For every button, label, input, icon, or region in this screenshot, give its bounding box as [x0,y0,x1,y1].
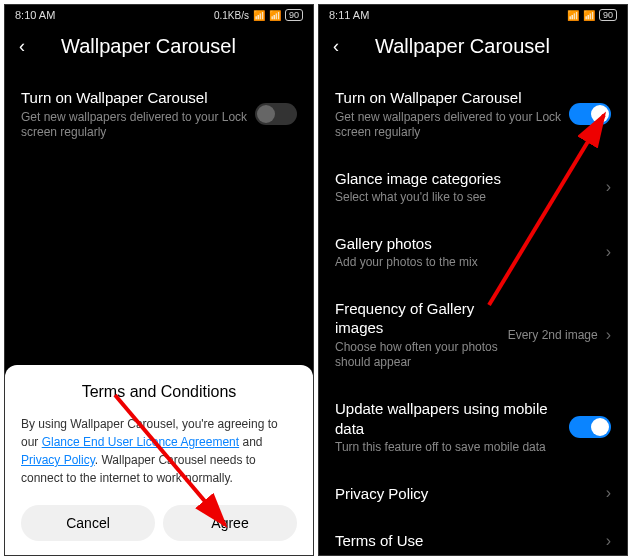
terms-body: By using Wallpaper Carousel, you're agre… [21,415,297,487]
agree-button[interactable]: Agree [163,505,297,541]
network-speed: 0.1KB/s [214,10,249,21]
terms-title: Terms and Conditions [21,383,297,401]
setting-glance-categories[interactable]: Glance image categories Select what you'… [335,155,611,220]
link-privacy[interactable]: Privacy Policy [21,453,95,467]
back-icon[interactable]: ‹ [333,36,339,57]
page-title: Wallpaper Carousel [375,35,613,58]
setting-turn-on-carousel[interactable]: Turn on Wallpaper Carousel Get new wallp… [335,74,611,155]
link-eula[interactable]: Glance End User Licence Agreement [42,435,239,449]
header: ‹ Wallpaper Carousel [319,25,627,74]
toggle-carousel[interactable] [255,103,297,125]
setting-subtitle: Select what you'd like to see [335,190,598,206]
toggle-carousel[interactable] [569,103,611,125]
chevron-right-icon: › [606,484,611,502]
setting-privacy-policy[interactable]: Privacy Policy › [335,470,611,518]
setting-title: Terms of Use [335,531,598,551]
setting-mobile-data[interactable]: Update wallpapers using mobile data Turn… [335,385,611,470]
battery-icon: 90 [285,9,303,21]
toggle-mobile-data[interactable] [569,416,611,438]
chevron-right-icon: › [606,178,611,196]
chevron-right-icon: › [606,326,611,344]
setting-gallery-photos[interactable]: Gallery photos Add your photos to the mi… [335,220,611,285]
setting-subtitle: Get new wallpapers delivered to your Loc… [335,110,569,141]
setting-subtitle: Turn this feature off to save mobile dat… [335,440,569,456]
setting-title: Update wallpapers using mobile data [335,399,569,438]
setting-title: Turn on Wallpaper Carousel [335,88,569,108]
status-time: 8:10 AM [15,9,55,21]
setting-terms-of-use[interactable]: Terms of Use › [335,517,611,556]
setting-title: Glance image categories [335,169,598,189]
battery-icon: 90 [599,9,617,21]
page-title: Wallpaper Carousel [61,35,299,58]
screenshot-left: 8:10 AM 0.1KB/s 📶 📶 90 ‹ Wallpaper Carou… [4,4,314,556]
setting-subtitle: Get new wallpapers delivered to your Loc… [21,110,255,141]
setting-title: Gallery photos [335,234,598,254]
signal-icon: 📶 [253,10,265,21]
setting-title: Turn on Wallpaper Carousel [21,88,255,108]
cancel-button[interactable]: Cancel [21,505,155,541]
status-bar: 8:11 AM 📶 📶 90 [319,5,627,25]
setting-frequency[interactable]: Frequency of Gallery images Choose how o… [335,285,611,385]
setting-turn-on-carousel[interactable]: Turn on Wallpaper Carousel Get new wallp… [21,74,297,155]
setting-title: Frequency of Gallery images [335,299,502,338]
wifi-icon: 📶 [583,10,595,21]
setting-value: Every 2nd image [508,328,598,342]
setting-subtitle: Add your photos to the mix [335,255,598,271]
status-bar: 8:10 AM 0.1KB/s 📶 📶 90 [5,5,313,25]
terms-sheet: Terms and Conditions By using Wallpaper … [5,365,313,555]
back-icon[interactable]: ‹ [19,36,25,57]
screenshot-right: 8:11 AM 📶 📶 90 ‹ Wallpaper Carousel Turn… [318,4,628,556]
wifi-icon: 📶 [269,10,281,21]
chevron-right-icon: › [606,532,611,550]
setting-title: Privacy Policy [335,484,598,504]
setting-subtitle: Choose how often your photos should appe… [335,340,502,371]
header: ‹ Wallpaper Carousel [5,25,313,74]
chevron-right-icon: › [606,243,611,261]
signal-icon: 📶 [567,10,579,21]
status-time: 8:11 AM [329,9,369,21]
